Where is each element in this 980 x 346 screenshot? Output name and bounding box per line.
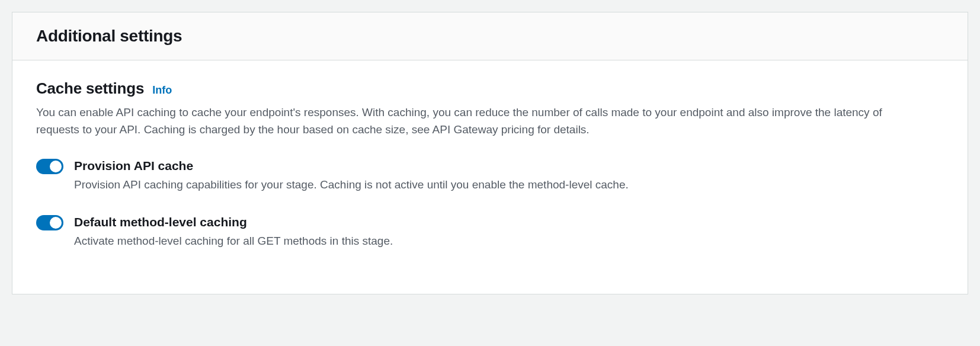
additional-settings-panel: Additional settings Cache settings Info … bbox=[12, 12, 968, 294]
provision-api-cache-toggle[interactable] bbox=[36, 159, 63, 174]
panel-body: Cache settings Info You can enable API c… bbox=[12, 60, 968, 294]
method-level-caching-group: Default method-level caching Activate me… bbox=[36, 214, 944, 250]
provision-api-cache-label: Provision API cache bbox=[74, 158, 944, 174]
method-level-caching-label: Default method-level caching bbox=[74, 214, 944, 230]
provision-api-cache-group: Provision API cache Provision API cachin… bbox=[36, 158, 944, 194]
provision-api-cache-content: Provision API cache Provision API cachin… bbox=[74, 158, 944, 194]
cache-settings-title-row: Cache settings Info bbox=[36, 79, 944, 98]
toggle-thumb bbox=[50, 217, 62, 229]
provision-api-cache-hint: Provision API caching capabilities for y… bbox=[74, 177, 944, 194]
panel-header: Additional settings bbox=[12, 12, 968, 60]
cache-settings-description: You can enable API caching to cache your… bbox=[36, 104, 895, 139]
method-level-caching-content: Default method-level caching Activate me… bbox=[74, 214, 944, 250]
method-level-caching-toggle[interactable] bbox=[36, 215, 63, 230]
method-level-caching-hint: Activate method-level caching for all GE… bbox=[74, 233, 944, 250]
cache-settings-title: Cache settings bbox=[36, 79, 144, 98]
panel-title: Additional settings bbox=[36, 27, 944, 46]
toggle-thumb bbox=[50, 161, 62, 172]
info-link[interactable]: Info bbox=[152, 84, 172, 97]
